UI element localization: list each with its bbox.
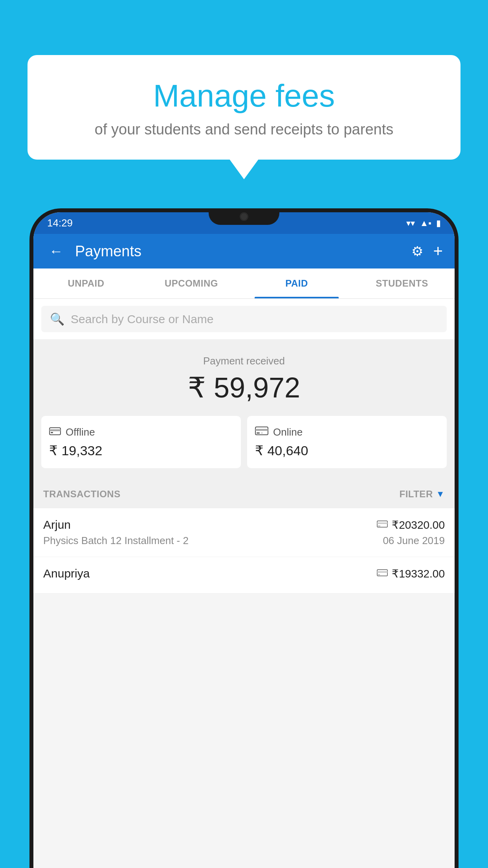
svg-rect-6 [261,432,263,434]
offline-icon [49,426,61,439]
card-icon [377,519,388,531]
payment-cards: Offline ₹ 19,332 [41,416,447,468]
payment-summary: Payment received ₹ 59,972 Offline [33,339,455,480]
tab-students[interactable]: STUDENTS [349,268,455,298]
app-bar-actions: ⚙ + [411,242,443,261]
cash-icon [377,568,388,580]
tab-unpaid[interactable]: UNPAID [33,268,139,298]
transactions-header: TRANSACTIONS FILTER ▼ [33,480,455,508]
speech-bubble: Manage fees of your students and send re… [28,55,460,160]
payment-total: ₹ 59,972 [41,371,447,404]
search-icon: 🔍 [50,312,64,326]
search-placeholder: Search by Course or Name [71,313,214,326]
transaction-row[interactable]: Anupriya ₹19332.00 [33,557,455,594]
svg-rect-4 [255,429,268,431]
phone-camera [240,212,248,221]
online-amount: ₹ 40,640 [255,443,439,458]
tab-paid[interactable]: PAID [244,268,349,298]
signal-icon: ▲▪ [420,218,431,228]
transaction-row[interactable]: Arjun ₹20320.00 Physics Batch 12 Install… [33,508,455,557]
transaction-amount: ₹20320.00 [392,519,445,531]
add-button[interactable]: + [433,242,443,261]
transaction-date: 06 June 2019 [383,535,445,547]
bubble-title: Manage fees [47,79,441,113]
transactions-label: TRANSACTIONS [43,489,121,500]
wifi-icon: ▾▾ [406,218,415,228]
search-bar[interactable]: 🔍 Search by Course or Name [41,306,447,332]
offline-amount: ₹ 19,332 [49,443,233,458]
filter-label: FILTER [400,489,433,500]
offline-label: Offline [66,426,95,438]
student-name: Anupriya [43,567,90,580]
search-container: 🔍 Search by Course or Name [33,299,455,339]
amount-wrap: ₹20320.00 [377,519,445,531]
svg-rect-8 [377,522,387,524]
phone-frame: 14:29 ▾▾ ▲▪ ▮ ← Payments ⚙ + UNPAID UPCO… [29,208,459,868]
tab-upcoming[interactable]: UPCOMING [139,268,244,298]
app-title: Payments [75,243,404,260]
payment-label: Payment received [41,355,447,367]
status-icons: ▾▾ ▲▪ ▮ [406,218,441,228]
offline-card: Offline ₹ 19,332 [41,416,241,468]
filter-button[interactable]: FILTER ▼ [400,489,445,500]
course-name: Physics Batch 12 Installment - 2 [43,535,189,547]
status-time: 14:29 [47,217,73,229]
app-bar: ← Payments ⚙ + [33,234,455,268]
filter-icon: ▼ [436,489,445,499]
svg-rect-1 [50,429,61,431]
back-button[interactable]: ← [45,241,67,261]
online-label: Online [273,426,303,438]
svg-rect-12 [378,574,380,575]
transaction-amount: ₹19332.00 [392,567,445,580]
student-name: Arjun [43,518,71,531]
online-card: Online ₹ 40,640 [247,416,447,468]
phone-screen: 14:29 ▾▾ ▲▪ ▮ ← Payments ⚙ + UNPAID UPCO… [33,212,455,868]
bubble-subtitle: of your students and send receipts to pa… [47,121,441,138]
tab-bar: UNPAID UPCOMING PAID STUDENTS [33,268,455,299]
online-icon [255,426,268,439]
svg-rect-11 [377,571,387,573]
svg-rect-5 [257,432,260,434]
svg-rect-9 [378,526,380,526]
settings-button[interactable]: ⚙ [411,243,423,259]
svg-rect-2 [51,432,53,433]
battery-icon: ▮ [436,218,441,228]
amount-wrap: ₹19332.00 [377,567,445,580]
